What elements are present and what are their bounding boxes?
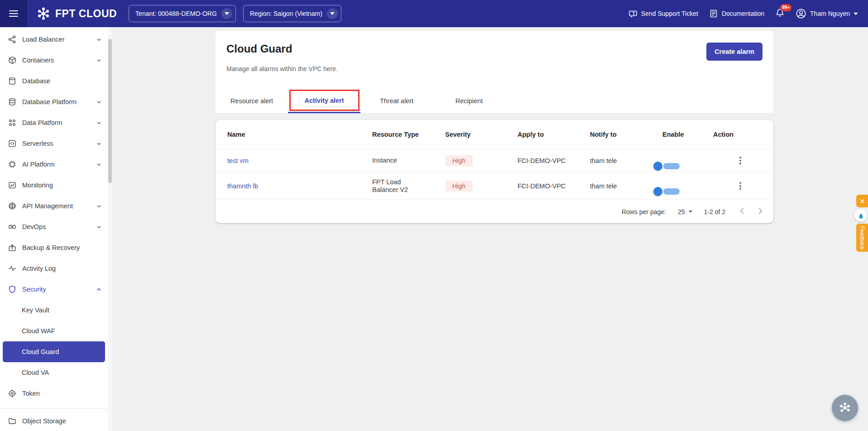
region-selector[interactable]: Region: Saigon (Vietnam): [243, 5, 341, 22]
sidebar-item-security[interactable]: Security: [0, 279, 108, 300]
shield-icon: [8, 285, 16, 293]
sidebar-divider: [0, 408, 108, 409]
support-chat-icon: [628, 9, 638, 18]
sidebar-item-label: Security: [22, 286, 46, 293]
sidebar-item-data-platform[interactable]: Data Platform: [0, 112, 108, 133]
object-storage-icon: [8, 417, 16, 425]
apply-to-cell: FCI-DEMO-VPC: [518, 157, 590, 164]
activity-log-icon: [8, 264, 16, 273]
region-caret-icon: [327, 8, 338, 19]
close-icon: [860, 199, 865, 204]
row-actions-kebab-icon[interactable]: [713, 157, 767, 164]
feedback-mascot-button[interactable]: [854, 209, 867, 222]
sidebar-item-label: Cloud VA: [22, 369, 49, 376]
col-header-apply-to: Apply to: [518, 131, 590, 138]
sidebar-item-monitoring[interactable]: Monitoring: [0, 175, 108, 196]
col-header-action: Action: [713, 131, 767, 138]
sidebar-item-api-management[interactable]: API Management: [0, 196, 108, 216]
table-pagination: Rows per page: 25 1-2 of 2: [216, 200, 773, 223]
sidebar-item-label: Containers: [22, 57, 54, 64]
chevron-down-icon: [96, 36, 102, 43]
chevron-left-icon: [737, 206, 747, 216]
tab-activity-alert[interactable]: Activity alert: [288, 89, 360, 113]
row-actions-kebab-icon[interactable]: [713, 182, 767, 190]
user-name: Tham Nguyen: [810, 10, 850, 17]
resource-type-cell: FPT Load Balancer V2: [372, 178, 426, 193]
tenant-selector[interactable]: Tenant: 000488-DEMO-ORG: [129, 5, 236, 22]
tenant-label: Tenant: 000488-DEMO-ORG: [135, 10, 217, 17]
previous-page-button[interactable]: [737, 206, 747, 217]
sidebar-item-database[interactable]: Database: [0, 71, 108, 91]
sidebar-item-containers[interactable]: Containers: [0, 50, 108, 71]
severity-badge: High: [445, 181, 473, 192]
tab-threat-alert[interactable]: Threat alert: [360, 89, 433, 113]
sidebar-scrollbar[interactable]: [108, 27, 112, 431]
notification-badge: 99+: [780, 4, 791, 11]
ai-molecule-icon: [838, 401, 852, 415]
logo[interactable]: FPT CLOUD: [36, 6, 117, 21]
create-alarm-button[interactable]: Create alarm: [706, 43, 762, 61]
feedback-tab[interactable]: Feedback: [856, 224, 868, 252]
database-icon: [8, 77, 16, 85]
page-title: Cloud Guard: [226, 43, 292, 55]
sidebar-item-token[interactable]: Token: [0, 383, 108, 404]
sidebar-item-cloud-va[interactable]: Cloud VA: [0, 362, 108, 383]
sidebar-item-label: Database: [22, 77, 50, 85]
col-header-name: Name: [227, 131, 372, 138]
sidebar-item-label: Backup & Recovery: [22, 244, 80, 251]
pagination-range: 1-2 of 2: [704, 208, 725, 216]
sidebar-item-backup-recovery[interactable]: Backup & Recovery: [0, 237, 108, 258]
data-platform-icon: [8, 119, 16, 127]
sidebar-item-devops[interactable]: DevOps: [0, 216, 108, 237]
sidebar-item-activity-log[interactable]: Activity Log: [0, 258, 108, 279]
sidebar-item-label: AI Platform: [22, 161, 55, 168]
sidebar-item-object-storage[interactable]: Object Storage: [0, 411, 108, 431]
chevron-up-icon: [96, 286, 102, 293]
feedback-close-button[interactable]: [856, 195, 868, 207]
col-header-notify-to: Notify to: [590, 131, 662, 138]
sidebar-item-ai-platform[interactable]: AI Platform: [0, 154, 108, 175]
sidebar-item-label: Database Platform: [22, 98, 77, 105]
sidebar-item-label: Serverless: [22, 140, 53, 147]
sidebar-item-label: Monitoring: [22, 182, 53, 189]
documentation-label: Documentation: [722, 10, 764, 17]
documentation-button[interactable]: Documentation: [709, 9, 764, 18]
user-caret-icon: [854, 13, 858, 15]
api-management-icon: [8, 202, 16, 210]
sidebar-scrollbar-thumb[interactable]: [108, 39, 112, 183]
rows-per-page-label: Rows per page:: [622, 208, 666, 216]
rows-per-page-select[interactable]: 25: [678, 208, 692, 216]
devops-icon: [8, 223, 16, 231]
hamburger-menu-button[interactable]: [0, 0, 27, 27]
ai-assistant-button[interactable]: [832, 395, 858, 421]
chevron-down-icon: [96, 224, 102, 230]
sidebar-item-key-vault[interactable]: Key Vault: [0, 300, 108, 321]
monitoring-icon: [8, 181, 16, 189]
sidebar-item-cloud-waf[interactable]: Cloud WAF: [0, 321, 108, 341]
alert-name-link[interactable]: test vm: [227, 157, 372, 164]
select-caret-icon: [689, 211, 692, 213]
tab-resource-alert[interactable]: Resource alert: [216, 89, 288, 113]
table-header-row: Name Resource Type Severity Apply to Not…: [216, 120, 773, 149]
send-support-ticket-label: Send Support Ticket: [641, 10, 698, 17]
alert-name-link[interactable]: thamnth lb: [227, 182, 372, 190]
tab-recipient[interactable]: Recipient: [433, 89, 505, 113]
containers-icon: [8, 56, 16, 64]
sidebar-item-label: Load Balancer: [22, 36, 65, 43]
send-support-ticket-button[interactable]: Send Support Ticket: [628, 9, 698, 18]
avatar-icon: [796, 8, 806, 19]
sidebar-item-label: Cloud WAF: [22, 327, 55, 335]
sidebar-item-cloud-guard[interactable]: Cloud Guard: [3, 341, 105, 362]
backup-recovery-icon: [8, 244, 16, 252]
chevron-down-icon: [96, 203, 102, 210]
col-header-resource-type: Resource Type: [372, 131, 445, 138]
sidebar-item-label: DevOps: [22, 223, 46, 230]
logo-text: FPT CLOUD: [55, 8, 117, 20]
user-menu[interactable]: Tham Nguyen: [796, 8, 858, 19]
severity-badge: High: [445, 155, 473, 166]
next-page-button[interactable]: [755, 206, 765, 217]
notifications-button[interactable]: 99+: [775, 8, 785, 19]
sidebar-item-load-balancer[interactable]: Load Balancer: [0, 29, 108, 50]
sidebar-item-serverless[interactable]: Serverless: [0, 133, 108, 154]
sidebar-item-database-platform[interactable]: Database Platform: [0, 91, 108, 112]
